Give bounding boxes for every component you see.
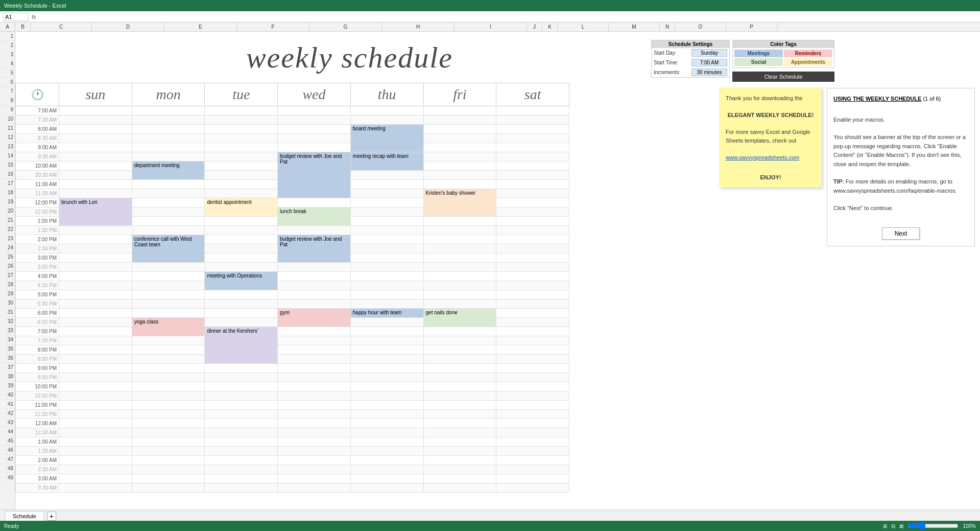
schedule-cell-8-2[interactable]: [205, 180, 278, 189]
schedule-cell-10-1[interactable]: [132, 198, 205, 207]
schedule-cell-32-6[interactable]: [496, 401, 569, 410]
schedule-cell-41-0[interactable]: [59, 483, 132, 493]
tag-appointments[interactable]: Appointments: [784, 58, 832, 66]
schedule-cell-23-6[interactable]: [496, 318, 569, 327]
schedule-cell-3-6[interactable]: [496, 134, 569, 143]
schedule-cell-8-6[interactable]: [496, 180, 569, 189]
schedule-cell-1-5[interactable]: [423, 116, 496, 125]
schedule-cell-36-6[interactable]: [496, 437, 569, 447]
schedule-cell-41-4[interactable]: [350, 483, 423, 493]
sticky-link[interactable]: www.savvyspreadsheets.com: [726, 154, 799, 160]
schedule-cell-26-0[interactable]: [59, 345, 132, 355]
schedule-cell-34-4[interactable]: [350, 419, 423, 428]
schedule-cell-25-0[interactable]: [59, 336, 132, 345]
schedule-cell-23-1[interactable]: yoga class: [132, 318, 205, 336]
start-time-value[interactable]: 7:00 AM: [691, 59, 727, 66]
schedule-cell-40-3[interactable]: [278, 474, 351, 483]
schedule-cell-30-1[interactable]: [132, 382, 205, 391]
schedule-cell-25-3[interactable]: [278, 336, 351, 345]
schedule-cell-39-2[interactable]: [205, 465, 278, 474]
schedule-cell-23-0[interactable]: [59, 318, 132, 327]
schedule-cell-1-0[interactable]: [59, 116, 132, 125]
schedule-cell-6-5[interactable]: [423, 161, 496, 171]
schedule-cell-38-2[interactable]: [205, 456, 278, 465]
schedule-cell-3-1[interactable]: [132, 134, 205, 143]
clear-schedule-button[interactable]: Clear Schedule: [732, 72, 834, 82]
schedule-cell-32-5[interactable]: [423, 401, 496, 410]
schedule-cell-30-6[interactable]: [496, 382, 569, 391]
schedule-cell-35-1[interactable]: [132, 428, 205, 437]
schedule-cell-29-3[interactable]: [278, 373, 351, 382]
schedule-cell-12-1[interactable]: [132, 217, 205, 226]
schedule-cell-9-6[interactable]: [496, 189, 569, 198]
schedule-cell-35-5[interactable]: [423, 428, 496, 437]
schedule-cell-17-3[interactable]: [278, 263, 351, 272]
schedule-cell-19-4[interactable]: [350, 281, 423, 290]
schedule-cell-5-6[interactable]: [496, 152, 569, 161]
schedule-cell-20-5[interactable]: [423, 290, 496, 299]
schedule-cell-0-5[interactable]: [423, 106, 496, 116]
schedule-cell-22-5[interactable]: get nails done: [423, 309, 496, 327]
schedule-cell-33-2[interactable]: [205, 410, 278, 419]
schedule-cell-1-2[interactable]: [205, 116, 278, 125]
schedule-cell-2-1[interactable]: [132, 125, 205, 134]
schedule-cell-40-2[interactable]: [205, 474, 278, 483]
schedule-cell-10-2[interactable]: dentist appointment: [205, 198, 278, 217]
schedule-cell-32-3[interactable]: [278, 401, 351, 410]
schedule-cell-39-3[interactable]: [278, 465, 351, 474]
schedule-cell-22-1[interactable]: [132, 309, 205, 318]
schedule-cell-13-2[interactable]: [205, 226, 278, 235]
schedule-cell-20-0[interactable]: [59, 290, 132, 299]
tag-meetings[interactable]: Meetings: [734, 50, 783, 57]
schedule-cell-29-1[interactable]: [132, 373, 205, 382]
schedule-cell-2-2[interactable]: [205, 125, 278, 134]
schedule-cell-26-4[interactable]: [350, 345, 423, 355]
schedule-cell-1-4[interactable]: [350, 116, 423, 125]
schedule-cell-41-1[interactable]: [132, 483, 205, 493]
schedule-cell-37-5[interactable]: [423, 447, 496, 456]
schedule-cell-37-6[interactable]: [496, 447, 569, 456]
schedule-cell-4-6[interactable]: [496, 143, 569, 152]
schedule-cell-24-4[interactable]: [350, 327, 423, 336]
schedule-cell-37-2[interactable]: [205, 447, 278, 456]
schedule-cell-12-6[interactable]: [496, 217, 569, 226]
schedule-cell-33-0[interactable]: [59, 410, 132, 419]
schedule-cell-10-6[interactable]: [496, 198, 569, 207]
schedule-cell-4-2[interactable]: [205, 143, 278, 152]
schedule-cell-26-6[interactable]: [496, 345, 569, 355]
schedule-cell-18-1[interactable]: [132, 272, 205, 281]
schedule-cell-9-5[interactable]: Kristen's baby shower: [423, 189, 496, 217]
schedule-cell-24-5[interactable]: [423, 327, 496, 336]
schedule-cell-0-2[interactable]: [205, 106, 278, 116]
schedule-cell-27-0[interactable]: [59, 355, 132, 364]
schedule-cell-27-5[interactable]: [423, 355, 496, 364]
schedule-cell-16-6[interactable]: [496, 253, 569, 263]
schedule-cell-29-5[interactable]: [423, 373, 496, 382]
schedule-cell-17-4[interactable]: [350, 263, 423, 272]
schedule-cell-36-2[interactable]: [205, 437, 278, 447]
schedule-cell-2-0[interactable]: [59, 125, 132, 134]
schedule-cell-14-5[interactable]: [423, 235, 496, 244]
schedule-cell-33-6[interactable]: [496, 410, 569, 419]
schedule-cell-12-2[interactable]: [205, 217, 278, 226]
schedule-cell-2-5[interactable]: [423, 125, 496, 134]
schedule-cell-24-0[interactable]: [59, 327, 132, 336]
schedule-cell-18-6[interactable]: [496, 272, 569, 281]
schedule-cell-16-4[interactable]: [350, 253, 423, 263]
schedule-cell-30-5[interactable]: [423, 382, 496, 391]
schedule-cell-31-2[interactable]: [205, 391, 278, 401]
schedule-cell-6-0[interactable]: [59, 161, 132, 171]
schedule-cell-18-5[interactable]: [423, 272, 496, 281]
schedule-cell-38-0[interactable]: [59, 456, 132, 465]
schedule-cell-0-0[interactable]: [59, 106, 132, 116]
schedule-cell-0-4[interactable]: [350, 106, 423, 116]
increments-value[interactable]: 30 minutes: [691, 68, 727, 76]
schedule-cell-11-3[interactable]: lunch break: [278, 207, 351, 226]
schedule-cell-13-0[interactable]: [59, 226, 132, 235]
schedule-cell-13-1[interactable]: [132, 226, 205, 235]
schedule-cell-27-6[interactable]: [496, 355, 569, 364]
schedule-cell-1-3[interactable]: [278, 116, 351, 125]
schedule-cell-28-3[interactable]: [278, 364, 351, 373]
schedule-cell-16-5[interactable]: [423, 253, 496, 263]
schedule-cell-2-3[interactable]: [278, 125, 351, 134]
